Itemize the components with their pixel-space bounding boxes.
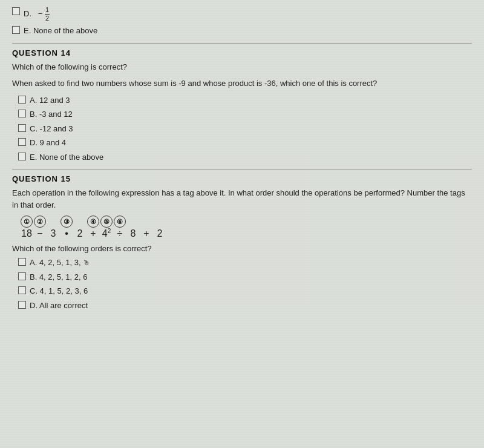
q15-option-a: A. 4, 2, 5, 1, 3, 🖱 xyxy=(18,257,472,269)
q15-option-a-label: A. 4, 2, 5, 1, 3, 🖱 xyxy=(30,257,90,269)
question-14-title: QUESTION 14 xyxy=(12,48,472,58)
expr-3: 3 xyxy=(47,216,59,239)
tag-4: ④ xyxy=(87,216,99,228)
q14-option-b: B. -3 and 12 xyxy=(18,108,472,120)
option-d-checkbox[interactable] xyxy=(12,7,20,15)
q15-option-b-label: B. 4, 2, 5, 1, 2, 6 xyxy=(30,271,87,283)
q15-option-c-label: C. 4, 1, 5, 2, 3, 6 xyxy=(30,285,88,297)
q15-option-a-checkbox[interactable] xyxy=(18,258,26,266)
q14-option-c-label: C. -12 and 3 xyxy=(30,123,73,135)
q14-option-d: D. 9 and 4 xyxy=(18,137,472,149)
expression-display: ① 18 ② − 3 ③ xyxy=(21,216,166,239)
question-14-options: A. 12 and 3 B. -3 and 12 C. -12 and 3 D.… xyxy=(18,94,472,163)
question-14-text: Which of the following is correct? xyxy=(12,61,472,73)
expr-8: 8 xyxy=(127,216,139,239)
expr-plus2: + xyxy=(140,216,152,239)
q14-option-a-label: A. 12 and 3 xyxy=(30,94,70,107)
option-e-checkbox[interactable] xyxy=(12,26,20,34)
q15-option-c: C. 4, 1, 5, 2, 3, 6 xyxy=(18,285,472,297)
q14-option-e-checkbox[interactable] xyxy=(18,153,26,160)
divider-q14 xyxy=(12,43,472,44)
divider-q15 xyxy=(12,169,472,170)
question-15-block: QUESTION 15 Each operation in the follow… xyxy=(12,174,472,311)
q14-option-e: E. None of the above xyxy=(18,151,472,163)
q14-option-e-label: E. None of the above xyxy=(30,151,103,163)
q15-option-d: D. All are correct xyxy=(18,300,472,312)
q14-option-a: A. 12 and 3 xyxy=(18,94,472,107)
q15-option-b: B. 4, 2, 5, 1, 2, 6 xyxy=(18,271,472,283)
q14-option-b-checkbox[interactable] xyxy=(18,110,26,117)
q15-option-d-checkbox[interactable] xyxy=(18,301,26,309)
question-15-text: Each operation in the following expressi… xyxy=(12,187,472,211)
which-order-text: Which of the following orders is correct… xyxy=(12,244,472,253)
q15-option-b-checkbox[interactable] xyxy=(18,272,26,280)
tag-3: ③ xyxy=(60,216,73,228)
tag-2: ② xyxy=(34,216,46,228)
tag-1: ① xyxy=(21,216,33,228)
q15-option-c-checkbox[interactable] xyxy=(18,286,26,294)
q14-option-d-checkbox[interactable] xyxy=(18,138,26,146)
q14-option-c-checkbox[interactable] xyxy=(18,124,26,132)
expr-2b: 2 xyxy=(154,216,166,239)
expression-wrapper: ① 18 ② − 3 ③ xyxy=(18,216,472,239)
question-14-subtext: When asked to find two numbers whose sum… xyxy=(12,77,472,90)
expr-18: ① 18 xyxy=(21,216,33,239)
q14-option-a-checkbox[interactable] xyxy=(18,96,26,104)
question-14-block: QUESTION 14 Which of the following is co… xyxy=(12,48,472,163)
expr-minus: ② − xyxy=(34,216,46,239)
q14-option-c: C. -12 and 3 xyxy=(18,123,472,135)
q15-option-d-label: D. All are correct xyxy=(30,300,88,312)
expr-2: 2 xyxy=(74,216,86,239)
expr-4sq: ⑤ 42 xyxy=(100,216,113,239)
question-15-title: QUESTION 15 xyxy=(12,174,472,183)
q14-option-b-label: B. -3 and 12 xyxy=(30,108,73,120)
option-d-label: D. − 1 2 xyxy=(24,6,50,22)
question-15-options: A. 4, 2, 5, 1, 3, 🖱 B. 4, 2, 5, 1, 2, 6 … xyxy=(18,257,472,311)
q14-option-d-label: D. 9 and 4 xyxy=(30,137,66,149)
tag-5: ⑤ xyxy=(100,216,113,228)
cursor-icon: 🖱 xyxy=(83,259,90,267)
expr-divide: ⑥ ÷ xyxy=(114,216,126,239)
expr-multiply: ③ • xyxy=(60,216,73,239)
prev-question-options: D. − 1 2 E. None of the above xyxy=(12,6,472,37)
option-e-label: E. None of the above xyxy=(24,25,97,37)
tag-6: ⑥ xyxy=(114,216,126,228)
expr-plus1: ④ + xyxy=(87,216,99,239)
